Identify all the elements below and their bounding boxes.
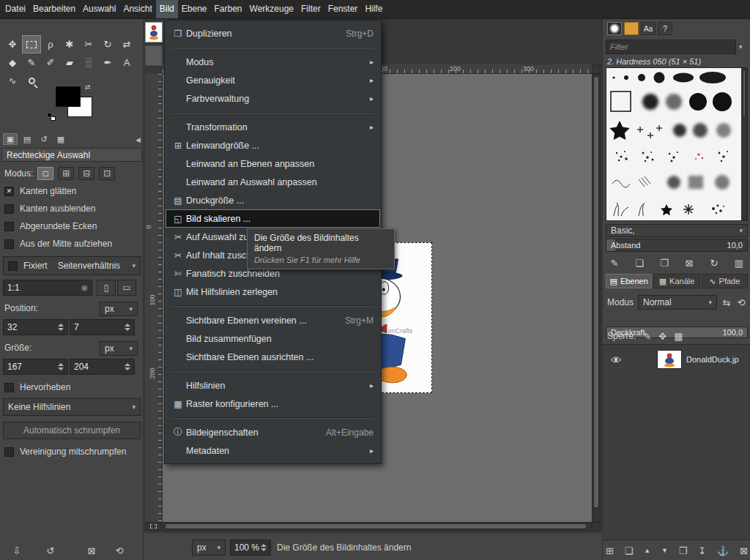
quick-mask-toggle[interactable] [145,522,161,531]
brush-spacing-slider[interactable]: Abstand 10,0 [606,239,748,252]
menu-item-leinwandgroesse[interactable]: ⊞ Leinwandgröße ... [166,136,380,154]
checkbox-icon[interactable] [4,222,14,231]
stepper-up-icon[interactable] [58,324,64,326]
open-brush-button[interactable]: ▥ [730,255,748,270]
brush-tag-select[interactable]: Basic, ▾ [606,224,748,237]
ruler-corner-button[interactable] [592,64,601,74]
menu-item-bild-skalieren[interactable]: ◱ Bild skalieren ... [166,209,380,228]
save-tool-preset-button[interactable]: ⇩ [7,543,26,558]
lower-layer-button[interactable]: ▼ [661,547,668,554]
menu-item-transformation[interactable]: Transformation ▸ [166,118,380,136]
chevron-down-icon[interactable]: ▾ [739,43,743,51]
merge-layer-button[interactable]: ↧ [698,545,706,556]
expand-from-center-option[interactable]: Aus der Mitte aufziehen [4,237,112,250]
tab-ebenen[interactable]: ▤ Ebenen [606,274,652,288]
duplicate-brush-button[interactable]: ❐ [656,255,673,270]
document-history-tab[interactable]: ? [658,22,672,35]
new-layer-button[interactable]: ⊞ [606,545,614,556]
lock-position-icon[interactable]: ✥ [658,331,667,342]
delete-brush-button[interactable]: ⊠ [680,255,698,270]
tab-pfade[interactable]: ∿ Pfade [702,274,748,288]
menu-item-bildeigenschaften[interactable]: ⓘ Bildeigenschaften Alt+Eingabe [166,423,380,441]
patterns-tab[interactable] [624,22,639,35]
default-colors-icon[interactable] [47,113,57,122]
mode-add-button[interactable]: ⊞ [58,167,74,180]
refresh-brushes-button[interactable]: ↻ [705,255,723,270]
menu-werkzeuge[interactable]: Werkzeuge [246,0,297,18]
menu-auswahl[interactable]: Auswahl [79,0,119,18]
brush-grid[interactable] [606,67,748,221]
switch-mode-group-button[interactable]: ⇆ [720,295,733,310]
collapse-dock-icon[interactable]: ◀ [135,136,141,143]
rounded-corners-option[interactable]: Abgerundete Ecken [4,220,97,233]
vertical-ruler[interactable]: 0 100 200 [145,74,163,522]
menu-fenster[interactable]: Fenster [324,0,362,18]
vertical-scrollbar-thumb[interactable] [593,76,599,508]
layer-name[interactable]: DonaldDuck.jp [686,355,739,364]
stepper-down-icon[interactable] [58,367,64,370]
menu-bearbeiten[interactable]: Bearbeiten [29,0,79,18]
tool-zoom[interactable] [22,72,41,90]
lock-alpha-icon[interactable]: ▦ [674,331,683,342]
tool-rotate[interactable]: ↻ [98,35,117,53]
tool-options-tab[interactable]: ▣ [3,133,18,145]
tab-kanaele[interactable]: ▦ Kanäle [653,274,699,288]
brush-grid-scrollbar-thumb[interactable] [743,70,746,116]
stepper-down-icon[interactable] [58,328,64,331]
layer-visibility-eye-icon[interactable] [609,356,623,364]
landscape-orientation-button[interactable]: ▭ [117,280,136,296]
tool-flip[interactable]: ⇄ [117,35,136,53]
menu-item-bild-zusammenfuegen[interactable]: Bild zusammenfügen [166,329,380,348]
raise-layer-button[interactable]: ▲ [644,547,650,554]
checkbox-icon[interactable] [4,447,14,457]
size-unit-select[interactable]: px ▾ [100,341,138,356]
tool-ink[interactable]: ✒ [98,53,117,72]
position-y-field[interactable]: 7 [70,319,135,335]
menu-item-farbverwaltung[interactable]: Farbverwaltung ▸ [166,89,380,108]
tool-pencil[interactable]: ✎ [22,53,41,72]
restore-tool-preset-button[interactable]: ↺ [41,543,60,558]
swap-colors-icon[interactable]: ⇄ [85,83,91,91]
stepper-down-icon[interactable] [125,328,130,331]
ratio-input[interactable]: 1:1 ⊗ [3,280,92,296]
menu-item-genauigkeit[interactable]: Genauigkeit ▸ [166,71,380,89]
mode-intersect-button[interactable]: ⊡ [99,167,115,180]
menu-item-druckgroesse[interactable]: ▤ Druckgröße ... [166,191,380,209]
size-height-field[interactable]: 204 [70,359,135,375]
stepper-up-icon[interactable] [261,544,267,547]
image-tab-secondary[interactable] [145,45,163,66]
checkbox-icon[interactable] [4,204,14,214]
menu-item-mit-hilfslinien-zerlegen[interactable]: ◫ Mit Hilfslinien zerlegen [166,283,380,301]
horizontal-scrollbar-thumb[interactable] [165,523,587,529]
menu-datei[interactable]: Datei [1,0,29,18]
tool-crop[interactable]: ✂ [79,35,98,53]
mode-subtract-button[interactable]: ⊟ [78,167,94,180]
tool-bucket-fill[interactable]: ◆ [3,53,22,72]
images-tab[interactable]: ▦ [53,133,68,145]
menu-farben[interactable]: Farben [211,0,246,18]
fixed-ratio-control[interactable]: Fixiert Seitenverhältnis ▾ [3,256,141,275]
image-tab-thumbnail[interactable] [145,22,163,42]
tool-move[interactable]: ✥ [3,35,22,53]
position-x-field[interactable]: 32 [3,319,68,335]
stepper-down-icon[interactable] [261,548,267,551]
stepper-up-icon[interactable] [125,363,130,366]
antialias-option[interactable]: ✕ Kanten glätten [4,184,76,198]
statusbar-unit-select[interactable]: px ▾ [192,540,226,556]
feather-option[interactable]: Kanten ausblenden [4,202,95,215]
fixed-checkbox-icon[interactable] [8,261,18,271]
clear-icon[interactable]: ⊗ [81,283,88,293]
menu-filter[interactable]: Filter [297,0,324,18]
size-width-field[interactable]: 167 [3,359,68,375]
delete-layer-button[interactable]: ⊠ [740,545,748,556]
menu-item-modus[interactable]: Modus ▸ [166,53,380,71]
reset-mode-button[interactable]: ⟲ [735,295,748,310]
checkbox-icon[interactable] [4,239,14,249]
tool-text[interactable]: A [117,53,136,72]
tool-fuzzy-select[interactable]: ✱ [60,35,79,53]
lock-pixels-icon[interactable]: ✎ [643,331,651,342]
stepper-up-icon[interactable] [125,324,130,326]
checkbox-icon[interactable] [4,383,14,392]
zoom-control[interactable]: 100 % [230,540,271,556]
tool-paths[interactable]: ∿ [3,72,22,90]
